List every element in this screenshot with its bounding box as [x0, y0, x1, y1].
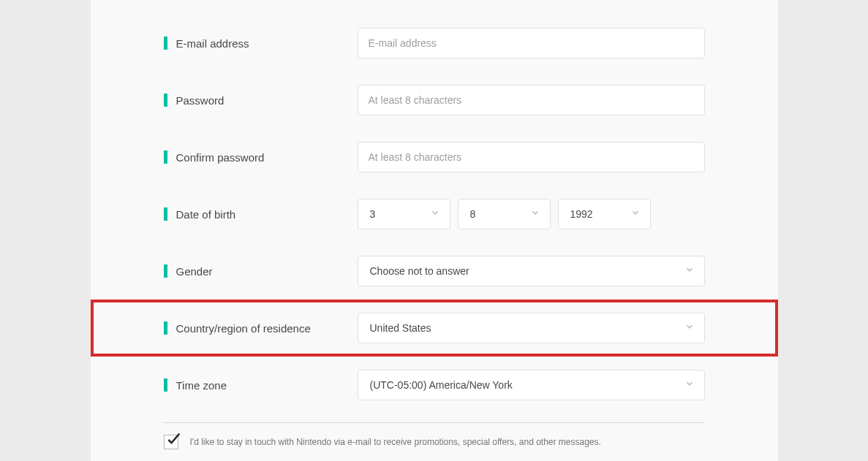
label-block-password: Password: [164, 94, 358, 107]
form-container: E-mail address Password Confirm password: [91, 0, 778, 461]
label-block-country: Country/region of residence: [164, 321, 358, 335]
row-country: Country/region of residence United State…: [91, 300, 778, 357]
row-newsletter-checkbox: I'd like to stay in touch with Nintendo …: [91, 429, 778, 455]
label-block-gender: Gender: [164, 264, 358, 278]
confirm-password-field[interactable]: [358, 142, 705, 172]
controls-password: [358, 85, 705, 115]
email-label: E-mail address: [176, 37, 249, 50]
accent-bar-icon: [164, 264, 167, 278]
row-gender: Gender Choose not to answer: [91, 243, 778, 300]
controls-country: United States: [358, 313, 705, 343]
confirm-password-label: Confirm password: [176, 151, 265, 164]
country-label: Country/region of residence: [176, 322, 311, 335]
row-agreement-checkbox: I agree to the Nintendo Account User Agr…: [91, 455, 778, 461]
dob-month-select[interactable]: 3: [358, 199, 450, 229]
controls-dob: 3 8 1992: [358, 199, 705, 229]
label-block-confirm-password: Confirm password: [164, 151, 358, 164]
label-block-dob: Date of birth: [164, 207, 358, 221]
accent-bar-icon: [164, 378, 167, 392]
dob-day-select[interactable]: 8: [458, 199, 551, 229]
country-value: United States: [358, 313, 705, 343]
dob-label: Date of birth: [176, 208, 236, 221]
accent-bar-icon: [164, 151, 167, 164]
accent-bar-icon: [164, 207, 167, 221]
email-field[interactable]: [358, 28, 705, 58]
accent-bar-icon: [164, 94, 167, 107]
divider: [164, 422, 705, 423]
gender-label: Gender: [176, 265, 213, 278]
controls-email: [358, 28, 705, 58]
dob-year-select[interactable]: 1992: [558, 199, 651, 229]
controls-confirm-password: [358, 142, 705, 172]
row-confirm-password: Confirm password: [91, 129, 778, 186]
row-timezone: Time zone (UTC-05:00) America/New York: [91, 357, 778, 414]
newsletter-checkbox[interactable]: [164, 435, 178, 449]
timezone-value: (UTC-05:00) America/New York: [358, 370, 705, 400]
country-select[interactable]: United States: [358, 313, 705, 343]
password-label: Password: [176, 94, 224, 107]
accent-bar-icon: [164, 321, 167, 335]
row-email: E-mail address: [91, 15, 778, 72]
password-field[interactable]: [358, 85, 705, 115]
dob-year-value: 1992: [558, 199, 651, 229]
timezone-select[interactable]: (UTC-05:00) America/New York: [358, 370, 705, 400]
row-dob: Date of birth 3 8 1992: [91, 186, 778, 243]
form-card: E-mail address Password Confirm password: [91, 15, 778, 461]
dob-month-value: 3: [358, 199, 450, 229]
dob-day-value: 8: [458, 199, 551, 229]
newsletter-checkbox-label: I'd like to stay in touch with Nintendo …: [190, 437, 601, 447]
timezone-label: Time zone: [176, 379, 227, 392]
controls-gender: Choose not to answer: [358, 256, 705, 286]
gender-select[interactable]: Choose not to answer: [358, 256, 705, 286]
label-block-email: E-mail address: [164, 37, 358, 50]
controls-timezone: (UTC-05:00) America/New York: [358, 370, 705, 400]
accent-bar-icon: [164, 37, 167, 50]
gender-value: Choose not to answer: [358, 256, 705, 286]
label-block-timezone: Time zone: [164, 378, 358, 392]
row-password: Password: [91, 72, 778, 129]
